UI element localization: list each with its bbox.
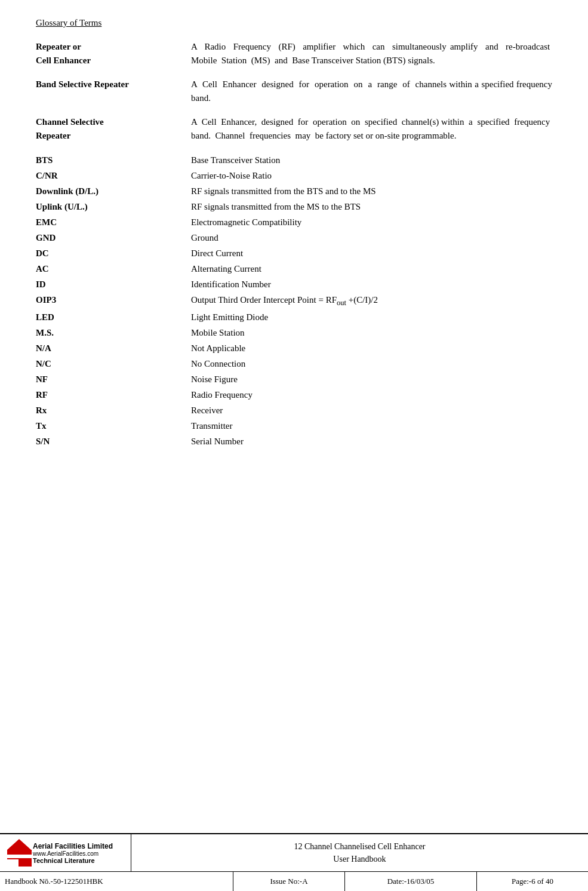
- term-led: LED Light Emitting Diode: [36, 310, 552, 324]
- term-ms-label: M.S.: [36, 325, 191, 340]
- term-downlink: Downlink (D/L.) RF signals transmitted f…: [36, 184, 552, 198]
- term-channel-selective-label-line1: Channel Selective: [36, 117, 104, 127]
- term-repeater-definition: A Radio Frequency (RF) amplifier which c…: [191, 40, 552, 67]
- svg-rect-2: [7, 855, 32, 858]
- term-gnd-label: GND: [36, 231, 191, 245]
- term-na-label: N/A: [36, 341, 191, 355]
- term-ac-def: Alternating Current: [191, 262, 552, 276]
- term-channel-selective-definition: A Cell Enhancer, designed for operation …: [191, 115, 552, 142]
- footer-handbook-no: Handbook Nō.-50-122501HBK: [0, 872, 233, 891]
- term-sn-label: S/N: [36, 434, 191, 448]
- term-cnr-label: C/NR: [36, 168, 191, 183]
- term-repeater-label-line1: Repeater or: [36, 42, 81, 51]
- term-repeater: Repeater or Cell Enhancer A Radio Freque…: [36, 40, 552, 67]
- term-tx-label: Tx: [36, 419, 191, 433]
- term-uplink: Uplink (U/L.) RF signals transmitted fro…: [36, 199, 552, 214]
- footer-title-line2: User Handbook: [333, 855, 386, 864]
- footer-doc-title-text: 12 Channel Channelised Cell Enhancer Use…: [294, 840, 425, 865]
- footer-logo-text: Aerial Facilities Limited www.AerialFaci…: [33, 842, 113, 864]
- term-gnd: GND Ground: [36, 231, 552, 245]
- term-rx: Rx Receiver: [36, 403, 552, 417]
- term-downlink-label: Downlink (D/L.): [36, 184, 191, 198]
- term-uplink-def: RF signals transmitted from the MS to th…: [191, 199, 552, 214]
- term-bts: BTS Base Transceiver Station: [36, 153, 552, 167]
- term-ms-def: Mobile Station: [191, 325, 552, 340]
- term-rf: RF Radio Frequency: [36, 388, 552, 402]
- glossary-link[interactable]: Glossary of Terms: [36, 18, 552, 28]
- term-ac: AC Alternating Current: [36, 262, 552, 276]
- term-dc-def: Direct Current: [191, 246, 552, 260]
- term-rx-def: Receiver: [191, 403, 552, 417]
- term-dc: DC Direct Current: [36, 246, 552, 260]
- term-emc-def: Electromagnetic Compatibility: [191, 215, 552, 229]
- footer-doc-title: 12 Channel Channelised Cell Enhancer Use…: [131, 834, 588, 871]
- term-band-selective-definition: A Cell Enhancer designed for operation o…: [191, 78, 552, 105]
- term-na-def: Not Applicable: [191, 341, 552, 355]
- term-repeater-label-line2: Cell Enhancer: [36, 56, 91, 65]
- footer-page: Page:-6 of 40: [477, 872, 588, 891]
- term-nf: NF Noise Figure: [36, 372, 552, 386]
- footer-company-url: www.AerialFacilities.com: [33, 850, 113, 857]
- footer-title-line1: 12 Channel Channelised Cell Enhancer: [294, 842, 425, 851]
- term-channel-selective-label: Channel Selective Repeater: [36, 115, 191, 142]
- term-led-def: Light Emitting Diode: [191, 310, 552, 324]
- term-emc: EMC Electromagnetic Compatibility: [36, 215, 552, 229]
- footer-top-row: Aerial Facilities Limited www.AerialFaci…: [0, 834, 588, 872]
- term-rf-def: Radio Frequency: [191, 388, 552, 402]
- term-bts-def: Base Transceiver Station: [191, 153, 552, 167]
- svg-rect-3: [7, 859, 19, 867]
- term-oip3-def: Output Third Order Intercept Point = RFo…: [191, 293, 552, 309]
- footer-tech-lit: Technical Literature: [33, 857, 113, 864]
- term-id-label: ID: [36, 277, 191, 291]
- term-nc: N/C No Connection: [36, 357, 552, 371]
- svg-marker-0: [7, 839, 31, 850]
- term-dc-label: DC: [36, 246, 191, 260]
- term-cnr: C/NR Carrier-to-Noise Ratio: [36, 168, 552, 183]
- svg-rect-4: [20, 859, 32, 867]
- term-sn-def: Serial Number: [191, 434, 552, 448]
- term-channel-selective: Channel Selective Repeater A Cell Enhanc…: [36, 115, 552, 142]
- glossary-content: Repeater or Cell Enhancer A Radio Freque…: [36, 40, 552, 448]
- term-nf-def: Noise Figure: [191, 372, 552, 386]
- oip3-subscript: out: [337, 299, 346, 307]
- term-repeater-row: Repeater or Cell Enhancer A Radio Freque…: [36, 40, 552, 67]
- term-led-label: LED: [36, 310, 191, 324]
- term-na: N/A Not Applicable: [36, 341, 552, 355]
- term-nf-label: NF: [36, 372, 191, 386]
- term-id-def: Identification Number: [191, 277, 552, 291]
- footer-issue-no: Issue No:-A: [233, 872, 345, 891]
- term-nc-def: No Connection: [191, 357, 552, 371]
- page-footer: Aerial Facilities Limited www.AerialFaci…: [0, 833, 588, 891]
- company-logo-icon: [6, 838, 33, 868]
- term-band-selective-label: Band Selective Repeater: [36, 78, 191, 91]
- page-container: Glossary of Terms Repeater or Cell Enhan…: [0, 0, 588, 891]
- term-nc-label: N/C: [36, 357, 191, 371]
- term-oip3: OIP3 Output Third Order Intercept Point …: [36, 293, 552, 309]
- term-bts-label: BTS: [36, 153, 191, 167]
- footer-date: Date:-16/03/05: [345, 872, 477, 891]
- term-band-selective: Band Selective Repeater A Cell Enhancer …: [36, 78, 552, 105]
- simple-terms-section: BTS Base Transceiver Station C/NR Carrie…: [36, 153, 552, 448]
- term-uplink-label: Uplink (U/L.): [36, 199, 191, 214]
- term-repeater-label: Repeater or Cell Enhancer: [36, 40, 191, 67]
- term-tx: Tx Transmitter: [36, 419, 552, 433]
- term-channel-selective-row: Channel Selective Repeater A Cell Enhanc…: [36, 115, 552, 142]
- term-rf-label: RF: [36, 388, 191, 402]
- footer-logo-cell: Aerial Facilities Limited www.AerialFaci…: [0, 834, 131, 871]
- term-downlink-def: RF signals transmitted from the BTS and …: [191, 184, 552, 198]
- term-emc-label: EMC: [36, 215, 191, 229]
- term-gnd-def: Ground: [191, 231, 552, 245]
- term-rx-label: Rx: [36, 403, 191, 417]
- term-band-selective-row: Band Selective Repeater A Cell Enhancer …: [36, 78, 552, 105]
- term-tx-def: Transmitter: [191, 419, 552, 433]
- term-id: ID Identification Number: [36, 277, 552, 291]
- term-oip3-label: OIP3: [36, 293, 191, 307]
- term-channel-selective-label-line2: Repeater: [36, 131, 70, 140]
- footer-bottom-row: Handbook Nō.-50-122501HBK Issue No:-A Da…: [0, 872, 588, 891]
- term-cnr-def: Carrier-to-Noise Ratio: [191, 168, 552, 183]
- term-ms: M.S. Mobile Station: [36, 325, 552, 340]
- term-ac-label: AC: [36, 262, 191, 276]
- footer-company-name: Aerial Facilities Limited: [33, 842, 113, 850]
- term-sn: S/N Serial Number: [36, 434, 552, 448]
